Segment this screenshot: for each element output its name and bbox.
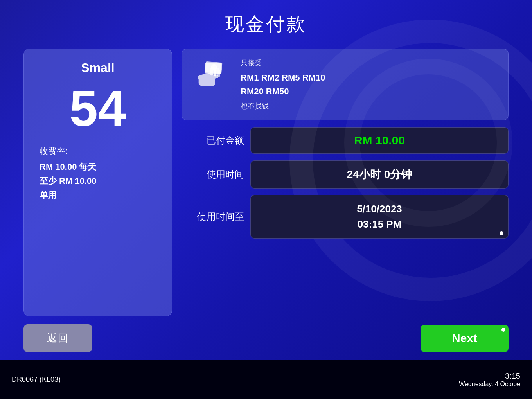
footer-right: 3:15 Wednesday, 4 Octobe — [459, 372, 520, 388]
right-panel: $ $ 只接受 RM1 RM2 RM5 RM10 RM20 RM50 — [182, 49, 509, 316]
usage-time-row: 使用时间 24小时 0分钟 — [182, 160, 509, 189]
expiry-row: 使用时间至 5/10/2023 03:15 PM — [182, 195, 509, 239]
usage-time-label: 使用时间 — [182, 168, 244, 181]
rate-daily: RM 10.00 每天 — [40, 161, 156, 173]
dot-indicator — [500, 231, 503, 235]
back-button[interactable]: 返回 — [23, 324, 92, 352]
rate-section: 收费率: RM 10.00 每天 至少 RM 10.00 单用 — [40, 146, 156, 201]
paid-amount-row: 已付金额 RM 10.00 — [182, 127, 509, 154]
expiry-box: 5/10/2023 03:15 PM — [250, 195, 509, 239]
left-card: Small 54 收费率: RM 10.00 每天 至少 RM 10.00 单用 — [23, 49, 172, 316]
no-change-note: 恕不找钱 — [241, 101, 325, 111]
cash-icon: $ $ — [194, 58, 229, 90]
accepts-label: 只接受 — [241, 58, 325, 68]
rate-type: 单用 — [40, 189, 156, 201]
footer-date: Wednesday, 4 Octobe — [459, 381, 520, 388]
expiry-label: 使用时间至 — [182, 210, 244, 223]
expiry-date: 5/10/2023 — [357, 201, 402, 217]
page-title: 现金付款 — [23, 12, 509, 37]
size-label: Small — [81, 61, 114, 75]
footer-time: 3:15 — [459, 372, 520, 381]
rate-title: 收费率: — [40, 146, 156, 157]
rate-minimum: 至少 RM 10.00 — [40, 175, 156, 187]
bottom-bar: 返回 Next — [23, 324, 509, 352]
footer: DR0067 (KL03) 3:15 Wednesday, 4 Octobe — [0, 360, 532, 399]
cash-text: 只接受 RM1 RM2 RM5 RM10 RM20 RM50 恕不找钱 — [241, 58, 325, 111]
cash-info-card: $ $ 只接受 RM1 RM2 RM5 RM10 RM20 RM50 — [182, 49, 509, 120]
usage-time-box: 24小时 0分钟 — [250, 160, 509, 189]
device-id: DR0067 (KL03) — [12, 376, 61, 384]
expiry-time: 03:15 PM — [358, 217, 402, 232]
usage-time-value: 24小时 0分钟 — [347, 167, 412, 182]
locker-number: 54 — [70, 83, 126, 134]
paid-amount-box: RM 10.00 — [250, 127, 509, 154]
denominations: RM1 RM2 RM5 RM10 RM20 RM50 — [241, 71, 325, 98]
next-button[interactable]: Next — [421, 325, 509, 352]
paid-amount: RM 10.00 — [354, 134, 405, 147]
paid-label: 已付金额 — [182, 134, 244, 147]
main-content: Small 54 收费率: RM 10.00 每天 至少 RM 10.00 单用 — [23, 49, 509, 316]
